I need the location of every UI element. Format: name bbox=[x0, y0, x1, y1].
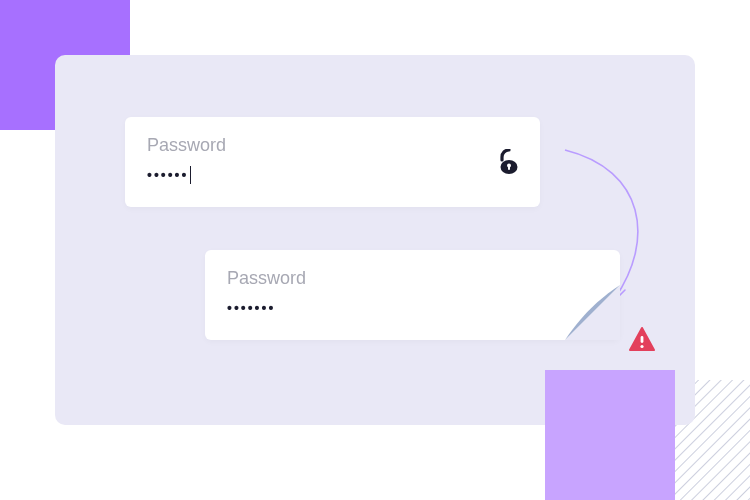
password-value: •••••• bbox=[147, 166, 518, 184]
decorative-square-bottom bbox=[545, 370, 675, 500]
password-field-error[interactable]: Password ••••••• bbox=[205, 250, 620, 340]
svg-rect-2 bbox=[508, 166, 510, 170]
password-masked-text: ••••••• bbox=[227, 299, 275, 317]
warning-icon bbox=[628, 326, 656, 354]
password-masked-text: •••••• bbox=[147, 166, 188, 184]
text-caret bbox=[190, 166, 191, 184]
svg-rect-3 bbox=[641, 336, 644, 343]
password-value: ••••••• bbox=[227, 299, 598, 317]
svg-point-4 bbox=[640, 345, 643, 348]
lock-open-icon[interactable] bbox=[498, 149, 520, 175]
password-label: Password bbox=[227, 268, 598, 289]
password-label: Password bbox=[147, 135, 518, 156]
password-field-active[interactable]: Password •••••• bbox=[125, 117, 540, 207]
